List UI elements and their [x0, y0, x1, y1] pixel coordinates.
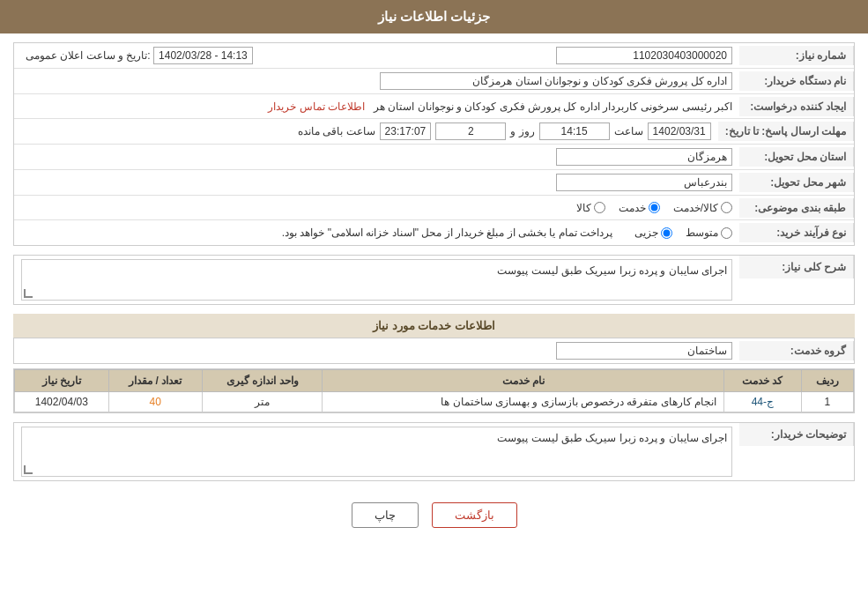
row-service-group: گروه خدمت: ساختمان: [13, 338, 855, 364]
purchase-type-label: نوع فرآیند خرید:: [739, 223, 854, 242]
time-label: ساعت: [614, 125, 643, 137]
service-group-value: ساختمان: [14, 338, 739, 363]
buttons-row: بازگشت چاپ: [13, 492, 855, 538]
col-date: تاریخ نیاز: [15, 370, 109, 392]
deadline-label: مهلت ارسال پاسخ: تا تاریخ:: [718, 122, 854, 141]
cell-date: 1402/04/03: [15, 392, 109, 412]
row-purchase-type: نوع فرآیند خرید: متوسط جزیی پرداخت تمام …: [14, 220, 854, 245]
services-table-section: ردیف کد خدمت نام خدمت واحد اندازه گیری ت…: [13, 368, 855, 413]
col-unit: واحد اندازه گیری: [203, 370, 323, 392]
row-city: شهر محل تحویل: بندرعباس: [14, 170, 854, 196]
radio-kala[interactable]: کالا: [576, 202, 605, 214]
resize-corner: [24, 289, 33, 298]
requester-name: اکبر رئیسی سرخونی کاربردار اداره کل پرور…: [374, 100, 732, 113]
city-display: بندرعباس: [556, 174, 732, 191]
row-category: طبقه بندی موضوعی: کالا/خدمت خدمت کالا: [14, 196, 854, 220]
info-section: شماره نیاز: 1102030403000020 تاریخ و ساع…: [13, 42, 855, 246]
table-row: 1 ج-44 انجام کارهای متفرقه درخصوص بازساز…: [15, 392, 854, 412]
page-title: جزئیات اطلاعات نیاز: [378, 9, 490, 24]
general-desc-label: شرح کلی نیاز:: [739, 256, 854, 279]
need-number-value: 1102030403000020: [377, 43, 740, 68]
cell-name: انجام کارهای متفرقه درخصوص بازسازی و بهس…: [323, 392, 724, 412]
buyer-desc-content: اجرای سایبان و پرده زبرا سیریک طبق لیست …: [14, 423, 739, 480]
city-value: بندرعباس: [14, 170, 739, 195]
radio-جزیی[interactable]: جزیی: [634, 227, 672, 239]
radio-kala-khadamat[interactable]: کالا/خدمت: [673, 202, 732, 214]
buyer-desc-box: اجرای سایبان و پرده زبرا سیریک طبق لیست …: [21, 427, 732, 477]
row-need-number: شماره نیاز: 1102030403000020 تاریخ و ساع…: [14, 43, 854, 69]
province-value: هرمزگان: [14, 145, 739, 169]
main-content: شماره نیاز: 1102030403000020 تاریخ و ساع…: [0, 33, 868, 547]
services-title: اطلاعات خدمات مورد نیاز: [13, 314, 855, 338]
category-value: کالا/خدمت خدمت کالا: [14, 198, 739, 218]
announcement-area: تاریخ و ساعت اعلان عمومی: 1402/03/28 - 1…: [14, 43, 377, 68]
province-display: هرمزگان: [556, 148, 732, 166]
cell-row: 1: [801, 392, 853, 412]
day-label: روز و: [510, 125, 534, 137]
buyer-desc-section: توضیحات خریدار: اجرای سایبان و پرده زبرا…: [13, 422, 855, 481]
requester-value: اکبر رئیسی سرخونی کاربردار اداره کل پرور…: [14, 97, 739, 116]
service-group-display: ساختمان: [556, 342, 732, 360]
page-header: جزئیات اطلاعات نیاز: [0, 0, 868, 33]
row-buyer-org: نام دستگاه خریدار: اداره کل پرورش فکری ک…: [14, 69, 854, 94]
general-desc-box: اجرای سایبان و پرده زبرا سیریک طبق لیست …: [21, 259, 732, 301]
col-row: ردیف: [801, 370, 853, 392]
back-button[interactable]: بازگشت: [432, 502, 517, 528]
page-wrapper: جزئیات اطلاعات نیاز شماره نیاز: 11020304…: [0, 0, 868, 609]
resize-corner-2: [24, 465, 33, 474]
cell-unit: متر: [203, 392, 323, 412]
table-header-row: ردیف کد خدمت نام خدمت واحد اندازه گیری ت…: [15, 370, 854, 392]
announcement-label: تاریخ و ساعت اعلان عمومی:: [26, 49, 151, 62]
buyer-org-label: نام دستگاه خریدار:: [739, 71, 854, 91]
general-desc-content: اجرای سایبان و پرده زبرا سیریک طبق لیست …: [14, 256, 739, 304]
response-time: 14:15: [539, 123, 610, 140]
response-days: 2: [435, 123, 506, 140]
col-name: نام خدمت: [323, 370, 724, 392]
response-date: 1402/03/31: [648, 123, 711, 140]
general-desc-section: شرح کلی نیاز: اجرای سایبان و پرده زبرا س…: [13, 255, 855, 305]
remaining-label: ساعت باقی مانده: [298, 125, 375, 137]
row-province: استان محل تحویل: هرمزگان: [14, 145, 854, 170]
general-desc-text: اجرای سایبان و پرده زبرا سیریک طبق لیست …: [22, 260, 731, 300]
radio-khadamat[interactable]: خدمت: [619, 202, 660, 214]
deadline-value: 1402/03/31 ساعت 14:15 روز و 2 23:17:07 س…: [14, 119, 718, 144]
buyer-desc-label: توضیحات خریدار:: [739, 423, 854, 446]
province-label: استان محل تحویل:: [739, 147, 854, 167]
purchase-type-value: متوسط جزیی پرداخت تمام یا بخشی از مبلغ خ…: [14, 223, 739, 242]
purchase-description: پرداخت تمام یا بخشی از مبلغ خریدار از مح…: [282, 227, 612, 239]
service-group-label: گروه خدمت:: [739, 341, 854, 360]
cell-quantity: 40: [108, 392, 202, 412]
row-deadline: مهلت ارسال پاسخ: تا تاریخ: 1402/03/31 سا…: [14, 119, 854, 145]
col-quantity: تعداد / مقدار: [108, 370, 202, 392]
cell-code: ج-44: [724, 392, 802, 412]
need-number-display: 1102030403000020: [556, 47, 732, 64]
remaining-time: 23:17:07: [380, 123, 432, 140]
services-table: ردیف کد خدمت نام خدمت واحد اندازه گیری ت…: [14, 369, 854, 412]
city-label: شهر محل تحویل:: [739, 173, 854, 192]
row-requester: ایجاد کننده درخواست: اکبر رئیسی سرخونی ک…: [14, 94, 854, 119]
buyer-org-value: اداره کل پرورش فکری کودکان و نوجوانان اس…: [14, 69, 739, 93]
buyer-org-display: اداره کل پرورش فکری کودکان و نوجوانان اس…: [380, 72, 732, 90]
print-button[interactable]: چاپ: [352, 502, 419, 528]
buyer-desc-text: اجرای سایبان و پرده زبرا سیریک طبق لیست …: [22, 427, 731, 476]
requester-contact-link[interactable]: اطلاعات تماس خریدار: [268, 100, 365, 113]
radio-متوسط[interactable]: متوسط: [686, 227, 732, 239]
requester-label: ایجاد کننده درخواست:: [739, 97, 854, 116]
need-number-label: شماره نیاز:: [739, 46, 854, 65]
category-label: طبقه بندی موضوعی:: [739, 198, 854, 218]
col-code: کد خدمت: [724, 370, 802, 392]
announcement-value: 1402/03/28 - 14:13: [153, 47, 253, 64]
